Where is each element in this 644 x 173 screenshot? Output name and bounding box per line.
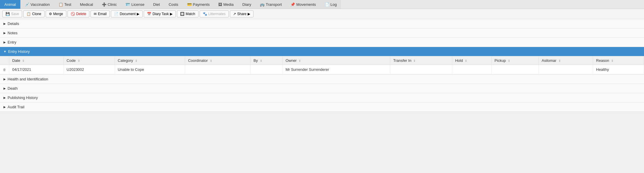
tab-diet[interactable]: Diet (149, 0, 164, 9)
cell-by (250, 65, 282, 74)
publishing-label: Publishing History (8, 95, 38, 100)
merge-button[interactable]: ⚙ Merge (46, 10, 66, 17)
audit-arrow-icon: ▶ (3, 105, 6, 109)
document-icon: 📄 (114, 12, 118, 16)
document-arrow-icon: ▶ (137, 12, 139, 16)
col-hold-header[interactable]: Hold ⇕ (452, 56, 491, 65)
cell-asilomar (539, 65, 593, 74)
section-publishing[interactable]: ▶ Publishing History (0, 93, 644, 102)
tab-transport[interactable]: 🚌Transport (256, 0, 286, 9)
tab-test[interactable]: 📋Test (54, 0, 76, 9)
publishing-arrow-icon: ▶ (3, 96, 6, 99)
vaccination-icon: 💉 (25, 2, 29, 7)
reason-sort-icon: ⇕ (611, 59, 613, 62)
media-icon: 🖼 (218, 2, 222, 7)
col-category-header[interactable]: Category ⇕ (115, 56, 185, 65)
code-sort-icon: ⇕ (78, 59, 80, 62)
pickup-sort-icon: ⇕ (508, 59, 510, 62)
tab-log[interactable]: 📄Log (320, 0, 341, 9)
category-sort-icon: ⇕ (135, 59, 137, 62)
toolbar: 💾 Save 📋 Clone ⚙ Merge 🚫 Delete ✉ Email … (0, 9, 644, 19)
share-icon: ↗ (233, 12, 236, 16)
match-icon: 🔲 (180, 12, 184, 16)
section-health[interactable]: ▶ Health and Identification (0, 75, 644, 84)
cell-code: U2023002 (63, 65, 115, 74)
tab-costs[interactable]: Costs (164, 0, 182, 9)
entry-arrow-icon: ▶ (3, 41, 6, 44)
transfer-in-sort-icon: ⇕ (413, 59, 416, 62)
col-actions-header (0, 56, 9, 65)
clinic-icon: ➕ (102, 2, 107, 7)
tab-vaccination[interactable]: 💉Vaccination (20, 0, 54, 9)
tab-media[interactable]: 🖼Media (214, 0, 238, 9)
diary-task-button[interactable]: 📅 Diary Task ▶ (144, 10, 176, 17)
entry-history-label: Entry History (8, 49, 30, 54)
merge-icon: ⚙ (49, 12, 52, 16)
health-arrow-icon: ▶ (3, 78, 6, 81)
cell-hold (452, 65, 491, 74)
clone-icon: 📋 (26, 12, 31, 16)
delete-button[interactable]: 🚫 Delete (68, 10, 90, 17)
col-transfer-in-header[interactable]: Transfer In ⇕ (390, 56, 452, 65)
asilomar-sort-icon: ⇕ (558, 59, 561, 62)
col-coordinator-header[interactable]: Coordinator ⇕ (185, 56, 251, 65)
section-entry-history[interactable]: ▼ Entry History (0, 47, 644, 56)
col-owner-header[interactable]: Owner ⇕ (283, 56, 390, 65)
table-header-row: Date ⇕ Code ⇕ Category ⇕ Coordinator (0, 56, 644, 65)
details-arrow-icon: ▶ (3, 22, 6, 25)
email-icon: ✉ (94, 12, 97, 16)
clone-button[interactable]: 📋 Clone (23, 10, 44, 17)
entry-history-table-container: Date ⇕ Code ⇕ Category ⇕ Coordinator (0, 56, 644, 75)
section-audit[interactable]: ▶ Audit Trail (0, 102, 644, 112)
section-death[interactable]: ▶ Death (0, 84, 644, 93)
audit-label: Audit Trail (8, 105, 24, 109)
col-pickup-header[interactable]: Pickup ⇕ (492, 56, 539, 65)
diary-task-arrow-icon: ▶ (170, 12, 173, 16)
row-action-cell[interactable]: 🗑 (0, 65, 9, 74)
death-arrow-icon: ▶ (3, 87, 6, 90)
notes-label: Notes (8, 31, 17, 35)
col-asilomar-header[interactable]: Asilomar ⇕ (539, 56, 593, 65)
section-details[interactable]: ▶ Details (0, 19, 644, 28)
tab-animal[interactable]: Animal (0, 0, 20, 9)
row-delete-icon[interactable]: 🗑 (3, 68, 6, 71)
delete-icon: 🚫 (71, 12, 75, 16)
test-icon: 📋 (58, 2, 63, 7)
col-by-header[interactable]: By ⇕ (250, 56, 282, 65)
littermates-icon: 🐾 (203, 12, 207, 16)
movements-icon: 📌 (290, 2, 295, 7)
tab-clinic[interactable]: ➕Clinic (97, 0, 121, 9)
cell-owner: Mr Surrender Surrenderer (283, 65, 390, 74)
owner-sort-icon: ⇕ (299, 59, 301, 62)
cell-transfer_in (390, 65, 452, 74)
share-button[interactable]: ↗ Share ▶ (230, 10, 253, 17)
by-sort-icon: ⇕ (260, 59, 262, 62)
document-button[interactable]: 📄 Document ▶ (111, 10, 143, 17)
save-button[interactable]: 💾 Save (2, 10, 22, 17)
section-entry[interactable]: ▶ Entry (0, 38, 644, 47)
entry-history-table: Date ⇕ Code ⇕ Category ⇕ Coordinator (0, 56, 644, 74)
email-button[interactable]: ✉ Email (91, 10, 110, 17)
diary-task-icon: 📅 (147, 12, 151, 16)
littermates-button[interactable]: 🐾 Littermates (200, 10, 229, 17)
payments-icon: 💳 (187, 2, 192, 7)
cell-date: 04/17/2021 (9, 65, 64, 74)
section-notes[interactable]: ▶ Notes (0, 28, 644, 38)
license-icon: 🪪 (125, 2, 130, 7)
col-reason-header[interactable]: Reason ⇕ (593, 56, 644, 65)
health-label: Health and Identification (8, 77, 48, 81)
col-code-header[interactable]: Code ⇕ (63, 56, 115, 65)
tab-license[interactable]: 🪪License (121, 0, 149, 9)
tab-payments[interactable]: 💳Payments (183, 0, 214, 9)
tab-movements[interactable]: 📌Movements (286, 0, 320, 9)
tab-medical[interactable]: Medical (76, 0, 97, 9)
cell-reason: Healthy (593, 65, 644, 74)
cell-coordinator (185, 65, 251, 74)
save-icon: 💾 (6, 12, 10, 16)
col-date-header[interactable]: Date ⇕ (9, 56, 64, 65)
transport-icon: 🚌 (260, 2, 265, 7)
cell-pickup (492, 65, 539, 74)
tab-bar: Animal💉Vaccination📋TestMedical➕Clinic🪪Li… (0, 0, 644, 9)
match-button[interactable]: 🔲 Match (177, 10, 198, 17)
tab-diary[interactable]: Diary (238, 0, 256, 9)
